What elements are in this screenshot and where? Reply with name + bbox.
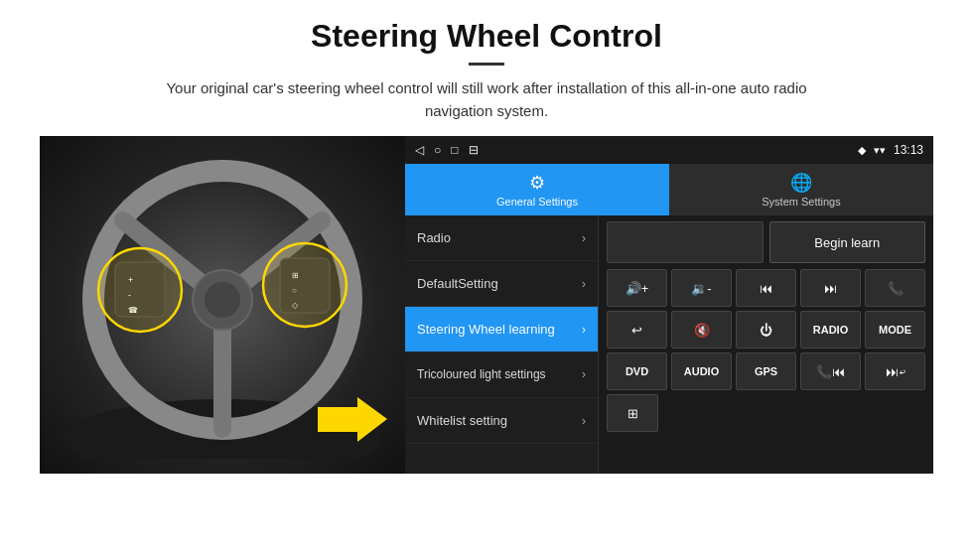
general-settings-icon: ⚙ bbox=[529, 172, 545, 194]
control-grid: 🔊+ 🔉- ⏮ ⏭ 📞 bbox=[607, 269, 925, 432]
audio-label: AUDIO bbox=[684, 365, 719, 377]
main-content: Radio › DefaultSetting › Steering Wheel … bbox=[405, 215, 933, 474]
svg-marker-17 bbox=[318, 397, 387, 442]
page-title: Steering Wheel Control bbox=[40, 18, 933, 55]
pickup-icon: ↩ bbox=[631, 323, 642, 338]
mute-icon: 🔇 bbox=[694, 323, 710, 338]
phone-button-1[interactable]: 📞 bbox=[865, 269, 925, 307]
mute-button[interactable]: 🔇 bbox=[671, 311, 732, 349]
android-interface: ◁ ○ □ ⊟ ◆ ▾▾ 13:13 ⚙ General Settings bbox=[405, 136, 933, 474]
signal-icon: ▾▾ bbox=[874, 144, 886, 157]
radio-label: RADIO bbox=[813, 324, 848, 336]
location-icon: ◆ bbox=[858, 144, 866, 157]
menu-item-radio[interactable]: Radio › bbox=[405, 215, 598, 261]
tab-general-label: General Settings bbox=[496, 196, 578, 208]
vol-down-icon: 🔉- bbox=[691, 281, 711, 296]
menu-item-steering[interactable]: Steering Wheel learning › bbox=[405, 307, 598, 352]
status-bar: ◁ ○ □ ⊟ ◆ ▾▾ 13:13 bbox=[405, 136, 933, 164]
content-row: + - ☎ ⊞ ○ ◇ bbox=[40, 136, 933, 474]
svg-point-15 bbox=[98, 248, 182, 332]
chevron-tricoloured: › bbox=[582, 367, 586, 383]
prev-icon: ⏮ bbox=[760, 281, 772, 296]
recent-icon[interactable]: □ bbox=[451, 143, 458, 157]
menu-icon[interactable]: ⊟ bbox=[469, 143, 479, 157]
gps-label: GPS bbox=[755, 365, 777, 377]
menu-steering-label: Steering Wheel learning bbox=[417, 322, 555, 337]
next-icon: ⏭ bbox=[824, 281, 837, 296]
tab-system-label: System Settings bbox=[762, 196, 840, 208]
menu-list: Radio › DefaultSetting › Steering Wheel … bbox=[405, 215, 599, 474]
chevron-whitelist: › bbox=[582, 414, 586, 428]
status-bar-right: ◆ ▾▾ 13:13 bbox=[858, 143, 923, 157]
vol-up-icon: 🔊+ bbox=[626, 281, 649, 296]
control-panel: Begin learn 🔊+ 🔉- bbox=[599, 215, 933, 474]
media-icon: ⊞ bbox=[627, 406, 638, 421]
steering-wheel-image: + - ☎ ⊞ ○ ◇ bbox=[40, 136, 405, 474]
vol-up-button[interactable]: 🔊+ bbox=[607, 269, 667, 307]
power-icon: ⏻ bbox=[760, 323, 772, 338]
system-settings-icon: 🌐 bbox=[790, 172, 812, 194]
media-icon-button[interactable]: ⊞ bbox=[607, 394, 658, 432]
radio-button[interactable]: RADIO bbox=[800, 311, 861, 349]
control-row-3: DVD AUDIO GPS 📞⏮ bbox=[607, 352, 925, 390]
menu-tricoloured-label: Tricoloured light settings bbox=[417, 367, 546, 383]
gps-button[interactable]: GPS bbox=[736, 352, 796, 390]
svg-point-6 bbox=[205, 282, 240, 318]
audio-button[interactable]: AUDIO bbox=[671, 352, 732, 390]
menu-item-default[interactable]: DefaultSetting › bbox=[405, 261, 598, 307]
power-button[interactable]: ⏻ bbox=[736, 311, 796, 349]
dvd-button[interactable]: DVD bbox=[607, 352, 667, 390]
dvd-label: DVD bbox=[626, 365, 648, 377]
menu-radio-label: Radio bbox=[417, 230, 451, 245]
status-bar-left: ◁ ○ □ ⊟ bbox=[415, 143, 479, 157]
header-section: Steering Wheel Control Your original car… bbox=[40, 18, 933, 122]
prev-track-button[interactable]: ⏮ bbox=[736, 269, 796, 307]
phone-icon-1: 📞 bbox=[888, 281, 904, 296]
mode-label: MODE bbox=[879, 324, 911, 336]
menu-whitelist-label: Whitelist setting bbox=[417, 413, 507, 428]
subtitle-text: Your original car's steering wheel contr… bbox=[139, 77, 834, 122]
skip-next-button[interactable]: ⏭↩ bbox=[865, 352, 925, 390]
chevron-default: › bbox=[582, 277, 586, 291]
tab-general-settings[interactable]: ⚙ General Settings bbox=[405, 164, 669, 215]
menu-item-tricoloured[interactable]: Tricoloured light settings › bbox=[405, 352, 598, 398]
page-container: Steering Wheel Control Your original car… bbox=[0, 0, 973, 493]
next-track-button[interactable]: ⏭ bbox=[800, 269, 861, 307]
begin-learn-label: Begin learn bbox=[814, 235, 880, 250]
empty-input-box bbox=[607, 221, 764, 263]
begin-learn-button[interactable]: Begin learn bbox=[769, 221, 926, 263]
skip-next-icon: ⏭↩ bbox=[886, 364, 905, 379]
control-row-4: ⊞ bbox=[607, 394, 925, 432]
clock: 13:13 bbox=[894, 143, 923, 157]
vol-down-button[interactable]: 🔉- bbox=[671, 269, 732, 307]
direction-arrow bbox=[318, 397, 387, 446]
control-row-2: ↩ 🔇 ⏻ RADIO MOD bbox=[607, 311, 925, 349]
svg-point-16 bbox=[263, 243, 347, 327]
back-icon[interactable]: ◁ bbox=[415, 143, 424, 157]
steering-bg: + - ☎ ⊞ ○ ◇ bbox=[40, 136, 405, 474]
mode-button[interactable]: MODE bbox=[865, 311, 925, 349]
menu-item-whitelist[interactable]: Whitelist setting › bbox=[405, 398, 598, 444]
tab-bar: ⚙ General Settings 🌐 System Settings bbox=[405, 164, 933, 215]
home-icon[interactable]: ○ bbox=[434, 143, 441, 157]
pickup-button[interactable]: ↩ bbox=[607, 311, 667, 349]
chevron-steering: › bbox=[582, 323, 586, 337]
control-top-row: Begin learn bbox=[607, 221, 925, 263]
control-row-1: 🔊+ 🔉- ⏮ ⏭ 📞 bbox=[607, 269, 925, 307]
title-divider bbox=[469, 63, 504, 66]
chevron-radio: › bbox=[582, 231, 586, 245]
tab-system-settings[interactable]: 🌐 System Settings bbox=[669, 164, 933, 215]
phone-prev-button[interactable]: 📞⏮ bbox=[800, 352, 861, 390]
phone-prev-icon: 📞⏮ bbox=[816, 364, 845, 379]
menu-default-label: DefaultSetting bbox=[417, 276, 498, 291]
